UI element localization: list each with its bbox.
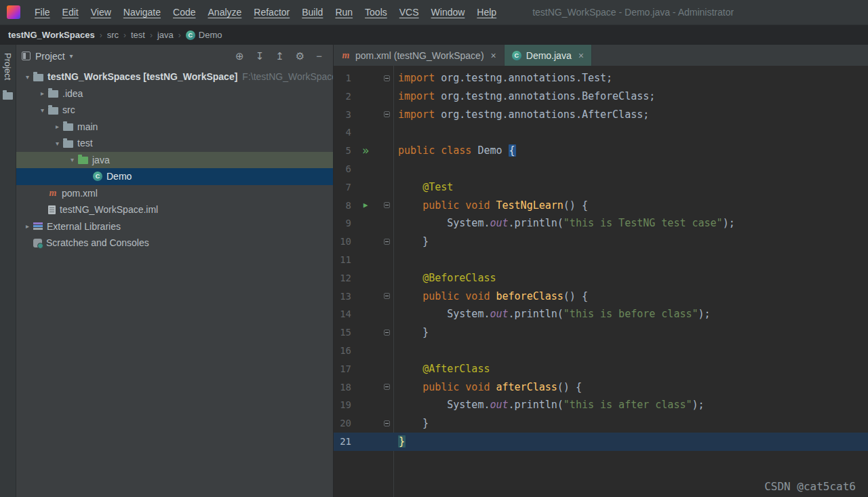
line-number[interactable]: 11 bbox=[334, 251, 351, 269]
tree-item-testng-workspace-iml[interactable]: testNG_WorkSpace.iml bbox=[16, 201, 333, 218]
code-line-4[interactable]: 4 bbox=[334, 123, 868, 142]
line-number[interactable]: 8 bbox=[334, 197, 351, 215]
code-line-18[interactable]: 18 public void afterClass() { bbox=[334, 378, 868, 397]
chevron-expanded-icon[interactable]: ▾ bbox=[22, 73, 33, 81]
code-line-7[interactable]: 7 @Test bbox=[334, 178, 868, 197]
code-line-8[interactable]: 8▶ public void TestNgLearn() { bbox=[334, 197, 868, 215]
tree-item-main[interactable]: ▸main bbox=[16, 119, 333, 136]
fold-region-icon[interactable] bbox=[380, 75, 393, 81]
intellij-logo-icon[interactable] bbox=[7, 5, 20, 19]
line-number[interactable]: 21 bbox=[334, 433, 351, 451]
line-number[interactable]: 7 bbox=[334, 178, 351, 197]
menu-item-refactor[interactable]: Refactor bbox=[248, 7, 296, 18]
tree-item-src[interactable]: ▾src bbox=[16, 102, 333, 119]
menu-item-vcs[interactable]: VCS bbox=[393, 7, 425, 18]
line-number[interactable]: 13 bbox=[334, 287, 351, 306]
fold-region-icon[interactable] bbox=[380, 239, 393, 245]
chevron-collapsed-icon[interactable]: ▸ bbox=[22, 222, 33, 230]
tree-item-idea[interactable]: ▸.idea bbox=[16, 85, 333, 102]
code-line-9[interactable]: 9 System.out.println("this is TestNG tes… bbox=[334, 214, 868, 233]
line-number[interactable]: 18 bbox=[334, 378, 351, 397]
tab-demo-java[interactable]: Demo.java× bbox=[505, 45, 592, 66]
tree-item-testng-workspaces-testng-workspace[interactable]: ▾testNG_WorkSpaces [testNG_WorkSpace]F:\… bbox=[16, 68, 333, 85]
breadcrumb-item-demo[interactable]: Demo bbox=[186, 30, 222, 40]
code-line-13[interactable]: 13 public void beforeClass() { bbox=[334, 287, 868, 306]
code-line-16[interactable]: 16 bbox=[334, 342, 868, 360]
chevron-down-icon[interactable] bbox=[70, 52, 73, 60]
code-line-1[interactable]: 1import org.testng.annotations.Test; bbox=[334, 69, 868, 87]
code-line-14[interactable]: 14 System.out.println("this is before cl… bbox=[334, 305, 868, 323]
line-number[interactable]: 10 bbox=[334, 233, 351, 251]
project-stripe-button[interactable]: Project bbox=[3, 53, 13, 80]
tree-item-scratches-and-consoles[interactable]: Scratches and Consoles bbox=[16, 235, 333, 252]
breadcrumb-item-src[interactable]: src bbox=[107, 30, 119, 40]
code-editor[interactable]: 1import org.testng.annotations.Test;2imp… bbox=[334, 66, 868, 497]
code-line-10[interactable]: 10 } bbox=[334, 233, 868, 251]
line-number[interactable]: 17 bbox=[334, 360, 351, 378]
line-number[interactable]: 3 bbox=[334, 106, 351, 124]
menu-item-file[interactable]: File bbox=[28, 7, 56, 18]
fold-region-icon[interactable] bbox=[380, 293, 393, 299]
code-line-20[interactable]: 20 } bbox=[334, 414, 868, 433]
code-line-11[interactable]: 11 bbox=[334, 251, 868, 269]
line-number[interactable]: 12 bbox=[334, 269, 351, 287]
folder-icon[interactable] bbox=[3, 92, 13, 100]
line-number[interactable]: 16 bbox=[334, 342, 351, 360]
menu-item-build[interactable]: Build bbox=[296, 7, 329, 18]
menu-item-analyze[interactable]: Analyze bbox=[202, 7, 248, 18]
menu-item-run[interactable]: Run bbox=[329, 7, 359, 18]
run-test-icon[interactable]: ▶ bbox=[351, 197, 380, 215]
line-number[interactable]: 9 bbox=[334, 214, 351, 233]
menu-item-edit[interactable]: Edit bbox=[56, 7, 85, 18]
fold-region-icon[interactable] bbox=[380, 111, 393, 117]
menu-item-view[interactable]: View bbox=[85, 7, 117, 18]
menu-item-tools[interactable]: Tools bbox=[359, 7, 393, 18]
line-number[interactable]: 4 bbox=[334, 123, 351, 142]
tree-item-demo[interactable]: Demo bbox=[16, 168, 333, 185]
project-panel-title[interactable]: Project bbox=[35, 51, 65, 62]
breadcrumb-item-test[interactable]: test bbox=[131, 30, 145, 40]
settings-icon[interactable]: ⚙ bbox=[296, 51, 304, 61]
fold-region-icon[interactable] bbox=[380, 330, 393, 336]
code-line-2[interactable]: 2import org.testng.annotations.BeforeCla… bbox=[334, 87, 868, 106]
menu-item-code[interactable]: Code bbox=[167, 7, 201, 18]
breadcrumb-item-testng-workspaces[interactable]: testNG_WorkSpaces bbox=[8, 30, 95, 40]
line-number[interactable]: 2 bbox=[334, 87, 351, 106]
close-tab-icon[interactable]: × bbox=[578, 50, 584, 61]
line-number[interactable]: 15 bbox=[334, 323, 351, 342]
collapse-all-icon[interactable]: ↥ bbox=[275, 51, 284, 61]
line-number[interactable]: 5 bbox=[334, 142, 351, 160]
code-line-21[interactable]: 21} bbox=[334, 433, 868, 451]
run-class-icon[interactable]: » bbox=[351, 142, 380, 160]
fold-region-icon[interactable] bbox=[380, 384, 393, 390]
select-opened-file-icon[interactable]: ⊕ bbox=[235, 51, 244, 61]
line-number[interactable]: 14 bbox=[334, 305, 351, 323]
tab-pom-xml-testng-workspace[interactable]: mpom.xml (testNG_WorkSpace)× bbox=[334, 45, 505, 66]
code-line-12[interactable]: 12 @BeforeClass bbox=[334, 269, 868, 287]
chevron-expanded-icon[interactable]: ▾ bbox=[52, 140, 63, 147]
code-line-6[interactable]: 6 bbox=[334, 160, 868, 178]
code-line-17[interactable]: 17 @AfterClass bbox=[334, 360, 868, 378]
chevron-expanded-icon[interactable]: ▾ bbox=[66, 156, 78, 163]
fold-region-icon[interactable] bbox=[380, 420, 393, 426]
breadcrumb-item-java[interactable]: java bbox=[157, 30, 174, 40]
close-tab-icon[interactable]: × bbox=[491, 50, 496, 61]
menu-item-window[interactable]: Window bbox=[425, 7, 471, 18]
code-line-3[interactable]: 3import org.testng.annotations.AfterClas… bbox=[334, 106, 868, 124]
tree-item-external-libraries[interactable]: ▸External Libraries bbox=[16, 218, 333, 235]
tree-item-java[interactable]: ▾java bbox=[16, 152, 333, 169]
chevron-collapsed-icon[interactable]: ▸ bbox=[52, 123, 63, 130]
line-number[interactable]: 1 bbox=[334, 69, 351, 87]
line-number[interactable]: 20 bbox=[334, 414, 351, 433]
line-number[interactable]: 6 bbox=[334, 160, 351, 178]
menu-item-help[interactable]: Help bbox=[471, 7, 502, 18]
code-line-5[interactable]: 5»public class Demo { bbox=[334, 142, 868, 160]
line-number[interactable]: 19 bbox=[334, 396, 351, 414]
code-line-19[interactable]: 19 System.out.println("this is after cla… bbox=[334, 396, 868, 414]
expand-all-icon[interactable]: ↧ bbox=[256, 51, 264, 61]
tree-item-test[interactable]: ▾test bbox=[16, 135, 333, 152]
fold-region-icon[interactable] bbox=[380, 202, 393, 208]
chevron-expanded-icon[interactable]: ▾ bbox=[37, 106, 48, 114]
menu-item-navigate[interactable]: Navigate bbox=[117, 7, 167, 18]
hide-icon[interactable]: − bbox=[316, 51, 322, 61]
